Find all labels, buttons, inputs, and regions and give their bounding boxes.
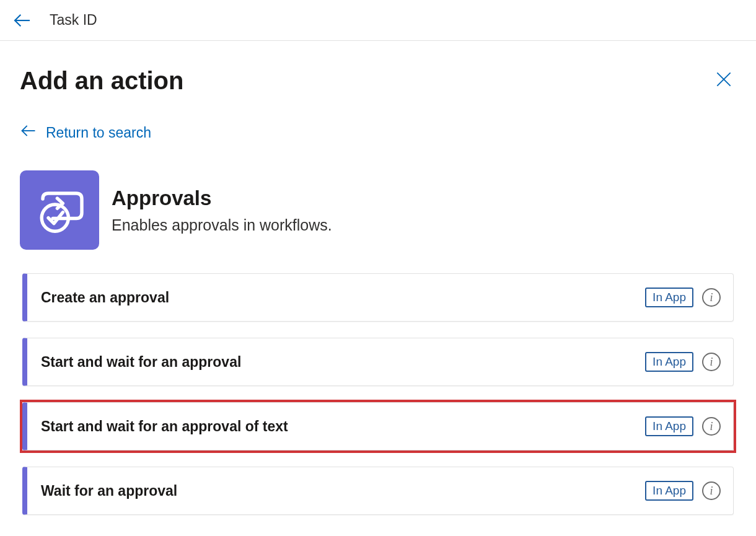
connector-header: Approvals Enables approvals in workflows… xyxy=(20,170,736,250)
action-item: Wait for an approval In App i xyxy=(20,464,736,517)
action-meta: In App i xyxy=(645,481,721,501)
back-arrow-icon[interactable] xyxy=(12,11,32,30)
return-to-search-link[interactable]: Return to search xyxy=(20,122,151,143)
in-app-badge: In App xyxy=(645,481,693,501)
info-icon[interactable]: i xyxy=(702,353,721,371)
panel-title: Add an action xyxy=(20,67,183,95)
action-item: Start and wait for an approval In App i xyxy=(20,335,736,389)
return-to-search-label: Return to search xyxy=(46,125,151,141)
info-icon[interactable]: i xyxy=(702,288,721,307)
connector-description: Enables approvals in workflows. xyxy=(112,216,332,234)
return-arrow-icon xyxy=(20,122,37,143)
action-list: Create an approval In App i Start and wa… xyxy=(20,271,736,517)
info-icon[interactable]: i xyxy=(702,417,721,436)
close-icon[interactable] xyxy=(711,67,736,94)
action-meta: In App i xyxy=(645,416,721,436)
in-app-badge: In App xyxy=(645,352,693,372)
add-action-panel: Add an action Return to search xyxy=(0,41,756,517)
action-meta: In App i xyxy=(645,352,721,372)
action-meta: In App i xyxy=(645,288,721,307)
action-start-wait-approval[interactable]: Start and wait for an approval In App i xyxy=(22,338,734,386)
action-create-approval[interactable]: Create an approval In App i xyxy=(22,273,734,322)
actionéexactly-label: Wait for an approval xyxy=(27,483,177,499)
in-app-badge: In App xyxy=(645,416,693,436)
action-label: Start and wait for an approval xyxy=(27,354,241,371)
panel-header: Add an action xyxy=(20,67,736,95)
action-wait-approval[interactable]: Wait for an approval In App i xyxy=(22,467,734,515)
top-bar: Task ID xyxy=(0,0,756,41)
info-icon[interactable]: i xyxy=(702,481,721,500)
action-label: Start and wait for an approval of text xyxy=(27,418,288,435)
action-label: Create an approval xyxy=(27,289,169,306)
action-start-wait-approval-text[interactable]: Start and wait for an approval of text I… xyxy=(22,402,734,450)
top-title: Task ID xyxy=(50,12,97,29)
approvals-connector-icon xyxy=(20,170,99,250)
connector-title: Approvals xyxy=(112,187,332,210)
in-app-badge: In App xyxy=(645,288,693,307)
action-item: Create an approval In App i xyxy=(20,271,736,324)
action-item-highlighted: Start and wait for an approval of text I… xyxy=(20,400,736,453)
